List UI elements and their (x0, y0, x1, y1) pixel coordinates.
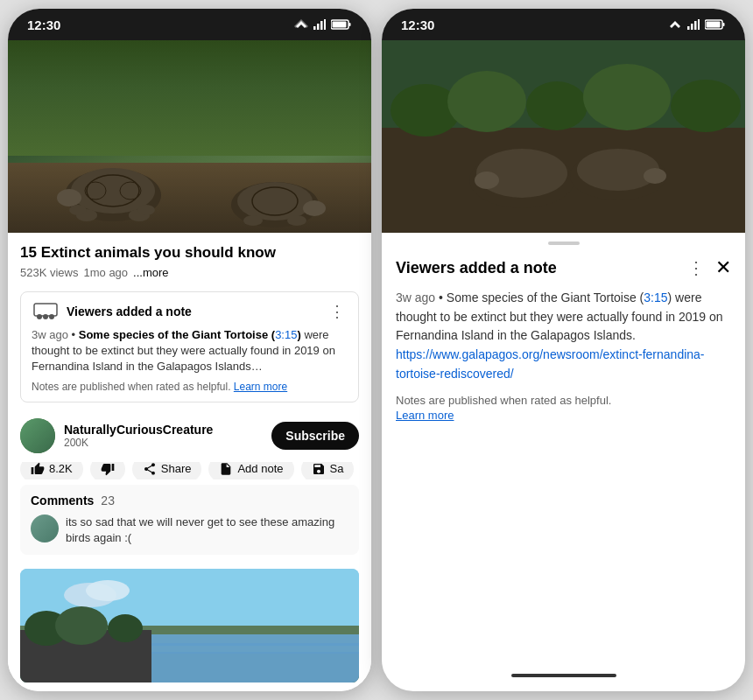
more-button[interactable]: ...more (133, 266, 168, 279)
svg-point-22 (303, 200, 326, 216)
svg-rect-38 (151, 634, 359, 682)
like-icon (31, 462, 45, 476)
comments-count: 23 (101, 494, 115, 508)
expanded-note-menu-button[interactable]: ⋮ (687, 257, 705, 278)
landscape-scene (20, 569, 359, 682)
svg-point-53 (447, 71, 526, 132)
svg-point-61 (577, 149, 659, 191)
dislike-icon (101, 462, 115, 476)
svg-point-36 (55, 606, 108, 645)
svg-rect-47 (723, 23, 725, 26)
svg-point-59 (475, 172, 499, 189)
comments-header: Comments 23 (31, 494, 348, 508)
svg-point-26 (37, 314, 42, 319)
channel-row: NaturallyCuriousCreature 200K Subscribe (8, 410, 371, 462)
tortoise-right (214, 163, 336, 233)
phone1-content: 15 Extinct animals you should know 523K … (8, 233, 371, 691)
expanded-note-footer-text: Notes are published when rated as helpfu… (396, 394, 611, 407)
expanded-note-timestamp: 3w ago (396, 290, 435, 304)
expanded-note-header: Viewers added a note ⋮ ✕ (396, 257, 731, 278)
comment-avatar (31, 514, 59, 542)
status-time-2: 12:30 (401, 18, 434, 32)
svg-rect-44 (694, 21, 697, 30)
svg-rect-4 (320, 21, 323, 30)
expanded-note-intro: Some species of the Giant Tortoise ( (447, 290, 644, 304)
share-icon (143, 462, 157, 476)
expanded-note-body: 3w ago • Some species of the Giant Torto… (396, 289, 731, 383)
comment-row: its so sad that we will never get to see… (31, 514, 348, 546)
note-dot: • (72, 328, 79, 341)
phone-1: 12:30 (8, 9, 371, 691)
svg-rect-48 (707, 22, 721, 28)
comments-section[interactable]: Comments 23 its so sad that we will neve… (20, 485, 359, 555)
note-timestamp-link[interactable]: 3:15 (275, 328, 297, 341)
video-meta: 523K views 1mo ago ...more (20, 266, 359, 279)
channel-subs: 200K (64, 437, 263, 449)
status-bar-1: 12:30 (8, 9, 371, 40)
expanded-note-title: Viewers added a note (396, 259, 557, 277)
home-indicator-2 (511, 674, 616, 677)
share-label: Share (161, 462, 192, 475)
expanded-note-url[interactable]: https://www.galapagos.org/newsroom/extin… (396, 347, 705, 381)
save-label: Sa (330, 462, 344, 475)
expanded-note-time-link[interactable]: 3:15 (644, 290, 667, 304)
note-card-header: Viewers added a note ⋮ (32, 301, 348, 322)
expanded-note-learn-more[interactable]: Learn more (396, 409, 731, 422)
community-icon (32, 302, 59, 321)
svg-point-33 (86, 580, 130, 601)
next-video-thumbnail[interactable] (20, 569, 359, 682)
add-note-label: Add note (237, 462, 283, 475)
channel-name[interactable]: NaturallyCuriousCreature (64, 423, 263, 437)
video-info: 15 Extinct animals you should know 523K … (8, 233, 371, 284)
add-note-button[interactable]: Add note (208, 462, 293, 480)
phone-2: 12:30 (382, 9, 745, 691)
svg-rect-7 (349, 23, 351, 26)
svg-point-27 (43, 314, 48, 319)
note-menu-button[interactable]: ⋮ (327, 301, 348, 322)
channel-avatar-inner (20, 418, 55, 453)
svg-rect-40 (151, 652, 359, 654)
share-button[interactable]: Share (132, 462, 202, 480)
svg-marker-41 (670, 21, 680, 28)
svg-point-37 (108, 614, 143, 642)
expanded-note: Viewers added a note ⋮ ✕ 3w ago • Some s… (382, 245, 745, 665)
expanded-note-close-button[interactable]: ✕ (715, 258, 731, 277)
svg-rect-3 (317, 24, 320, 30)
viewers-note-icon (32, 301, 60, 322)
note-bold-close: ) (297, 328, 300, 341)
note-timestamp: 3w ago (32, 328, 68, 341)
dislike-button[interactable] (90, 462, 125, 480)
video-title: 15 Extinct animals you should know (20, 243, 359, 262)
expanded-note-sep: • (439, 290, 447, 304)
channel-avatar[interactable] (20, 418, 55, 453)
svg-rect-43 (691, 24, 693, 30)
video-time-ago: 1mo ago (83, 266, 128, 279)
add-note-icon (219, 462, 233, 476)
phone2-video-thumbnail (382, 40, 745, 233)
svg-rect-25 (34, 304, 57, 316)
note-card-title: Viewers added a note (67, 304, 192, 318)
note-header-left: Viewers added a note (32, 301, 192, 322)
like-button[interactable]: 8.2K (20, 462, 83, 480)
svg-point-54 (526, 81, 588, 130)
svg-point-24 (287, 215, 306, 226)
note-card-body: 3w ago • Some species of the Giant Torto… (32, 327, 348, 375)
wifi-icon-2 (668, 19, 682, 30)
status-icons-2 (668, 19, 726, 30)
video-thumbnail-1[interactable] (8, 40, 371, 233)
subscribe-button[interactable]: Subscribe (271, 422, 359, 450)
signal-icon (313, 19, 326, 30)
like-count: 8.2K (49, 462, 73, 475)
bottom-bar-2 (382, 665, 745, 691)
save-button[interactable]: Sa (301, 462, 355, 480)
action-bar: 8.2K Share Add note (8, 462, 371, 480)
expanded-note-actions: ⋮ ✕ (687, 257, 731, 278)
note-learn-more[interactable]: Learn more (234, 381, 287, 393)
svg-point-18 (137, 205, 155, 215)
svg-point-28 (49, 314, 54, 319)
phone2-video-bg (382, 40, 745, 233)
svg-rect-2 (313, 26, 316, 30)
channel-name-text: NaturallyCuriousCreature (64, 423, 213, 437)
svg-rect-8 (333, 22, 347, 28)
svg-rect-42 (687, 26, 690, 30)
